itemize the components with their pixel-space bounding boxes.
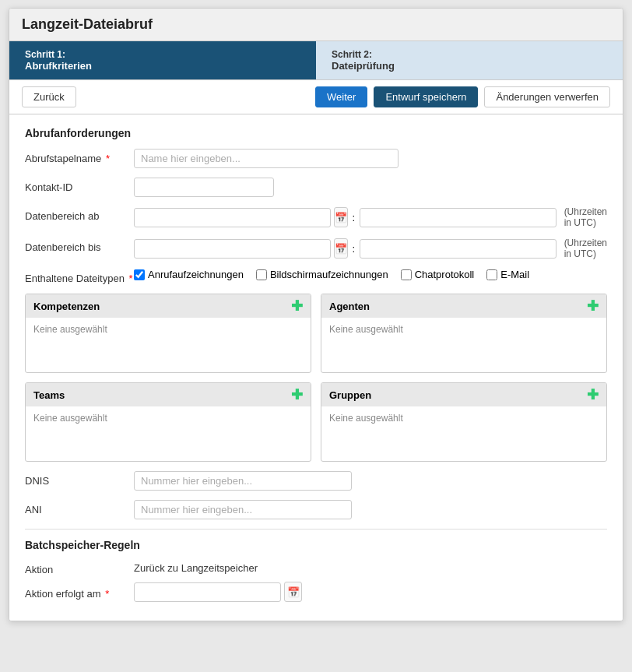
date-to-calendar-icon[interactable]: 📅: [334, 238, 348, 259]
file-types-required: *: [129, 273, 133, 284]
next-button[interactable]: Weiter: [315, 86, 367, 107]
contact-id-field: [134, 178, 607, 197]
gruppen-body: Keine ausgewählt: [321, 406, 606, 461]
aktion-row: Aktion Zurück zu Langzeitspeicher: [25, 561, 607, 575]
agenten-none-label: Keine ausgewählt: [329, 324, 403, 335]
kompetenzen-agenten-grid: Kompetenzen ✚ Keine ausgewählt Agenten ✚…: [25, 294, 607, 373]
date-to-utc-label: (Uhrzeiten in UTC): [564, 237, 607, 259]
kompetenzen-body: Keine ausgewählt: [26, 318, 311, 372]
gruppen-none-label: Keine ausgewählt: [329, 413, 403, 424]
batch-section: Batchspeicher-Regeln Aktion Zurück zu La…: [25, 529, 607, 602]
file-types-label: Enthaltene Dateitypen *: [25, 269, 134, 284]
agenten-panel: Agenten ✚ Keine ausgewählt: [321, 294, 607, 373]
main-window: Langzeit-Dateiabruf Schritt 1: Abrufkrit…: [9, 8, 623, 621]
page-title: Langzeit-Dateiabruf: [22, 16, 610, 33]
date-from-field: 14.02.2022 📅 : 00:00 (Uhrzeiten in UTC): [134, 206, 607, 228]
dnis-row: DNIS: [25, 471, 607, 491]
checkbox-call-input[interactable]: [134, 269, 145, 280]
checkbox-chat-input[interactable]: [401, 269, 412, 280]
date-to-label: Datenbereich bis: [25, 237, 134, 253]
step-2-num: Schritt 2:: [332, 49, 607, 60]
steps-bar: Schritt 1: Abrufkriterien Schritt 2: Dat…: [9, 41, 623, 80]
teams-gruppen-grid: Teams ✚ Keine ausgewählt Gruppen ✚ Keine…: [25, 382, 607, 462]
step-1-name: Abrufkriterien: [25, 60, 300, 72]
contact-id-input[interactable]: [134, 178, 274, 197]
toolbar: Zurück Weiter Entwurf speichern Änderung…: [9, 80, 623, 114]
date-from-input[interactable]: 14.02.2022: [134, 208, 331, 227]
batch-name-label: Abrufstapelname *: [25, 149, 134, 164]
date-to-field: 15.02.2022 📅 : 00:00 (Uhrzeiten in UTC): [134, 237, 607, 259]
agenten-title: Agenten: [329, 301, 370, 312]
checkbox-chat-label: Chatprotokoll: [415, 269, 475, 280]
dnis-field: [134, 471, 607, 491]
date-to-row: Datenbereich bis 15.02.2022 📅 : 00:00 (U…: [25, 237, 607, 259]
date-from-label: Datenbereich ab: [25, 206, 134, 222]
step-1-num: Schritt 1:: [25, 49, 300, 60]
date-from-time-input[interactable]: 00:00: [360, 208, 557, 227]
kompetenzen-add-icon[interactable]: ✚: [291, 299, 303, 313]
kompetenzen-panel: Kompetenzen ✚ Keine ausgewählt: [25, 294, 311, 373]
date-to-time-input[interactable]: 00:00: [360, 239, 557, 259]
batch-name-input[interactable]: [134, 149, 399, 168]
aktion-value: Zurück zu Langzeitspeicher: [134, 562, 258, 574]
date-from-utc-label: (Uhrzeiten in UTC): [564, 206, 607, 228]
date-from-calendar-icon[interactable]: 📅: [334, 207, 348, 227]
ani-row: ANI: [25, 500, 607, 519]
abruf-section-title: Abrufanforderungen: [25, 127, 607, 139]
teams-body: Keine ausgewählt: [26, 406, 311, 461]
batch-name-row: Abrufstapelname *: [25, 149, 607, 168]
step-2-name: Dateiprüfung: [332, 60, 607, 72]
checkbox-call-label: Anrufaufzeichnungen: [148, 269, 244, 280]
agenten-header: Agenten ✚: [321, 294, 606, 318]
dnis-label: DNIS: [25, 471, 134, 487]
kompetenzen-title: Kompetenzen: [33, 301, 100, 312]
ani-field: [134, 500, 607, 519]
aktion-date-required: *: [105, 588, 109, 600]
teams-panel: Teams ✚ Keine ausgewählt: [25, 382, 311, 462]
gruppen-title: Gruppen: [329, 389, 371, 401]
teams-add-icon[interactable]: ✚: [291, 388, 303, 402]
date-to-input[interactable]: 15.02.2022: [134, 239, 331, 259]
checkbox-chat[interactable]: Chatprotokoll: [401, 269, 475, 280]
batch-name-field: [134, 149, 607, 168]
file-types-field: Anrufaufzeichnungen Bildschirmaufzeichnu…: [134, 269, 607, 280]
checkbox-screen-label: Bildschirmaufzeichnungen: [270, 269, 388, 280]
aktion-date-label: Aktion erfolgt am *: [25, 585, 134, 600]
title-bar: Langzeit-Dateiabruf: [9, 9, 623, 41]
step-2[interactable]: Schritt 2: Dateiprüfung: [316, 41, 623, 79]
ani-label: ANI: [25, 500, 134, 515]
aktion-date-row: Aktion erfolgt am * 📅: [25, 582, 607, 602]
checkbox-screen-input[interactable]: [256, 269, 267, 280]
date-from-row: Datenbereich ab 14.02.2022 📅 : 00:00 (Uh…: [25, 206, 607, 228]
checkbox-call[interactable]: Anrufaufzeichnungen: [134, 269, 244, 280]
aktion-label: Aktion: [25, 561, 134, 575]
gruppen-header: Gruppen ✚: [321, 383, 606, 406]
batch-name-required: *: [106, 153, 110, 164]
checkbox-email-input[interactable]: [486, 269, 497, 280]
aktion-date-input[interactable]: [134, 582, 281, 602]
step-1[interactable]: Schritt 1: Abrufkriterien: [9, 41, 316, 79]
file-types-row: Enthaltene Dateitypen * Anrufaufzeichnun…: [25, 269, 607, 284]
batch-section-title: Batchspeicher-Regeln: [25, 539, 607, 551]
checkbox-email[interactable]: E-Mail: [486, 269, 529, 280]
kompetenzen-none-label: Keine ausgewählt: [33, 324, 107, 335]
aktion-date-field: 📅: [134, 582, 302, 602]
gruppen-add-icon[interactable]: ✚: [587, 388, 599, 402]
teams-title: Teams: [33, 389, 65, 401]
discard-button[interactable]: Änderungen verwerfen: [484, 86, 610, 107]
checkbox-email-label: E-Mail: [500, 269, 529, 280]
teams-none-label: Keine ausgewählt: [33, 413, 107, 424]
contact-id-label: Kontakt-ID: [25, 178, 134, 193]
back-button[interactable]: Zurück: [22, 86, 76, 107]
dnis-input[interactable]: [134, 471, 352, 491]
teams-header: Teams ✚: [26, 383, 311, 406]
agenten-body: Keine ausgewählt: [321, 318, 606, 372]
ani-input[interactable]: [134, 500, 352, 519]
checkbox-screen[interactable]: Bildschirmaufzeichnungen: [256, 269, 388, 280]
agenten-add-icon[interactable]: ✚: [587, 299, 599, 313]
kompetenzen-header: Kompetenzen ✚: [26, 294, 311, 318]
save-draft-button[interactable]: Entwurf speichern: [374, 86, 478, 107]
aktion-date-calendar-icon[interactable]: 📅: [284, 582, 302, 602]
contact-id-row: Kontakt-ID: [25, 178, 607, 197]
main-content: Abrufanforderungen Abrufstapelname * Kon…: [9, 114, 623, 621]
